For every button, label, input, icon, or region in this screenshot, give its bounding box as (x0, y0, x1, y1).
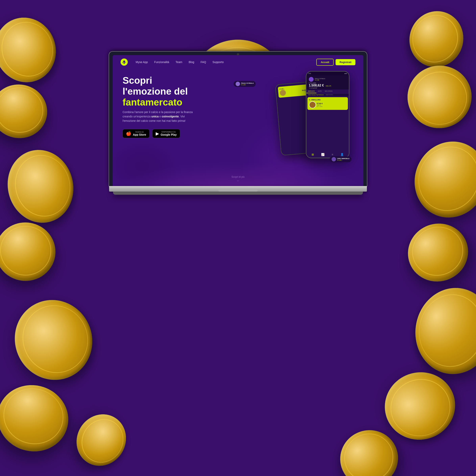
phone-nav-chart[interactable]: 📈 (321, 153, 324, 156)
play-store-small-label: DISPONIBILE SU (161, 131, 177, 133)
app-buttons: 🍎 Scarica su App Store ▶ DISPONI (122, 129, 218, 138)
player-badge-dybala: PAULO DYBALA % 1,58 (234, 81, 256, 87)
nav-blog[interactable]: Blog (189, 61, 194, 64)
hero-description: Combina l'amore per il calcio e la passi… (122, 110, 198, 123)
phone-tab-ordini[interactable]: MEI ORDINI (323, 89, 334, 93)
laptop-shadow (113, 192, 363, 195)
hero-desc-strong2: coinvolgente (162, 115, 179, 118)
player-badge1-value-phone: % 1,58 (315, 79, 325, 81)
player1-team: DIF · ROM (317, 106, 323, 107)
app-store-text: Scarica su App Store (133, 131, 146, 136)
phone-mockup-main: 9:41 ●●● PAULO DYBALA % 1 (306, 71, 349, 158)
bg-coin-4 (0, 220, 57, 284)
phone-nav-filter[interactable]: ≡ (332, 153, 333, 156)
hero-title-line2: l'emozione del (122, 86, 188, 97)
laptop-body: Myse App Funzionalità Team Blog FAQ Supp… (109, 51, 367, 195)
wallet-label: Il mio wallet (309, 82, 346, 84)
login-button[interactable]: Accedi (316, 59, 334, 66)
hero-title: Scopri l'emozione del fantamercato (122, 75, 218, 108)
laptop-base (109, 186, 367, 192)
bg-coin-6 (0, 379, 69, 461)
nav-supporto[interactable]: Supporto (212, 61, 224, 64)
play-store-big-label: Google Play (161, 133, 177, 136)
register-button[interactable]: Registrati (336, 59, 356, 65)
phone-completati: 74 completati (309, 87, 346, 89)
google-play-icon: ▶ (156, 131, 159, 136)
nav-links: Myse App Funzionalità Team Blog FAQ Supp… (136, 61, 316, 64)
phone-tab-aste[interactable]: ASTE (316, 89, 323, 93)
phone-filter-label: FREE Release Top-Performer (308, 94, 324, 95)
screen-content: Myse App Funzionalità Team Blog FAQ Supp… (113, 55, 363, 186)
navbar: Myse App Funzionalità Team Blog FAQ Supp… (113, 55, 363, 69)
phone-nav-person[interactable]: 👤 (340, 153, 344, 156)
player1-name: C. SMALLING (309, 99, 346, 101)
phone-balance: 1.508,62 € (309, 84, 324, 87)
app-store-button[interactable]: 🍎 Scarica su App Store (122, 129, 150, 138)
immobile-value: % 2,63 ↑ (337, 159, 349, 161)
nav-team[interactable]: Team (175, 61, 182, 64)
player-badge1-name-phone: PAULO DYBALA (315, 78, 325, 79)
logo-icon (120, 58, 128, 66)
bg-coin-2 (0, 81, 47, 143)
bg-coin-5 (0, 293, 103, 399)
bg-coin-12 (371, 363, 457, 446)
laptop-screen-bezel: Myse App Funzionalità Team Blog FAQ Supp… (109, 51, 367, 186)
svg-point-0 (123, 61, 125, 63)
dybala-name: PAULO DYBALA (241, 82, 254, 84)
camera-notch (237, 53, 239, 55)
nav-funzionalita[interactable]: Funzionalità (154, 61, 169, 64)
app-store-small-label: Scarica su (133, 131, 146, 133)
player1-change-display: +69,71 (317, 104, 323, 106)
phone-inner-main: 9:41 ●●● PAULO DYBALA % 1 (306, 72, 349, 158)
bg-coin-8 (398, 60, 473, 133)
hero-title-line1: Scopri (122, 75, 152, 86)
google-play-button[interactable]: ▶ DISPONIBILE SU Google Play (152, 129, 180, 138)
laptop-mockup: Myse App Funzionalità Team Blog FAQ Supp… (109, 51, 367, 195)
google-play-text: DISPONIBILE SU Google Play (161, 131, 177, 136)
bg-coin-10 (404, 217, 476, 292)
bg-coin-9 (405, 136, 476, 238)
svg-line-2 (122, 62, 123, 63)
dybala-avatar (236, 82, 240, 86)
phone-status: ●●● (344, 73, 347, 74)
svg-line-3 (125, 62, 126, 63)
hero-desc-middle: e (159, 115, 162, 118)
phone-change: +99.175 (325, 85, 331, 87)
hero-title-yellow: fantamercato (122, 97, 182, 107)
immobile-name: CIRO IMMOBILE (337, 158, 349, 159)
phone-nav-home[interactable]: ⊞ (312, 153, 314, 156)
immobile-avatar (332, 157, 336, 161)
dybala-value: % 1,58 (241, 84, 254, 85)
phone-tab-mercato[interactable]: MERCATO (306, 89, 316, 93)
app-store-big-label: App Store (133, 133, 146, 136)
bg-coin-13 (65, 401, 133, 471)
player-badge-immobile: CIRO IMMOBILE % 2,63 ↑ (330, 156, 351, 162)
phone-time: 9:41 (308, 73, 311, 74)
hero-desc-strong1: unica (151, 115, 159, 118)
hero-content-left: Scopri l'emozione del fantamercato Combi… (122, 75, 218, 186)
apple-icon: 🍎 (126, 131, 131, 136)
nav-actions: Accedi Registrati (316, 59, 356, 66)
logo (120, 58, 128, 66)
nav-myse-app[interactable]: Myse App (136, 61, 148, 64)
nav-faq[interactable]: FAQ (201, 61, 206, 64)
player1-price-display: 27,93 € (317, 102, 323, 104)
phone-sort: VEDI TUTTO › (326, 94, 333, 95)
svg-rect-1 (124, 62, 125, 64)
